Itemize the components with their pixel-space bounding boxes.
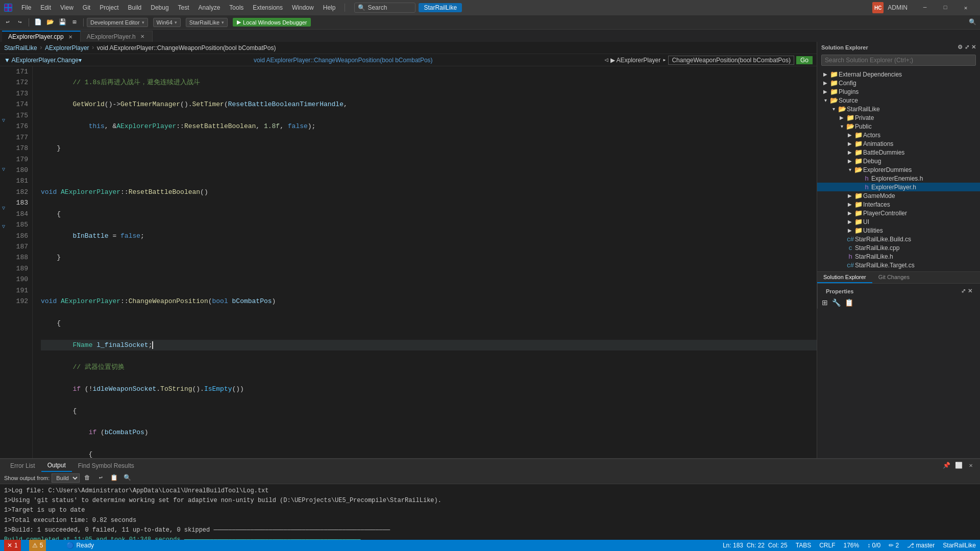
tree-item-explorerdummies[interactable]: ▾ 📂 ExplorerDummies: [817, 165, 980, 174]
se-expand-icon[interactable]: ⤢: [965, 44, 969, 51]
svg-rect-0: [5, 4, 8, 7]
save-all-button[interactable]: ⊞: [69, 17, 80, 28]
tree-item-actors[interactable]: ▶ 📁 Actors: [817, 131, 980, 139]
se-tab-solution[interactable]: Solution Explorer: [817, 272, 872, 283]
tab-error-list[interactable]: Error List: [4, 460, 41, 471]
tree-item-source[interactable]: ▾ 📂 Source: [817, 96, 980, 105]
start-debug-button[interactable]: ▶ Local Windows Debugger: [233, 18, 311, 27]
go-button[interactable]: Go: [796, 56, 813, 64]
prop-sort-icon[interactable]: ⊞: [822, 298, 828, 307]
error-count-badge[interactable]: ✕ 1: [4, 540, 21, 551]
tree-item-animations[interactable]: ▶ 📁 Animations: [817, 139, 980, 148]
config-dropdown[interactable]: Development Editor: [87, 18, 148, 27]
tree-item-h[interactable]: h StarRailLike.h: [817, 252, 980, 261]
folder-icon-open: 📂: [838, 105, 847, 113]
new-file-button[interactable]: 📄: [32, 17, 43, 28]
tree-item-ui[interactable]: ▶ 📁 UI: [817, 217, 980, 226]
prop-filter-icon[interactable]: 🔧: [832, 298, 841, 307]
menu-help[interactable]: Help: [319, 2, 340, 13]
solution-explorer-header: Solution Explorer ⚙ ⤢ ✕: [817, 42, 980, 53]
code-text[interactable]: // 1.8s后再进入战斗，避免连续进入战斗 GetWorld()->GetTi…: [33, 66, 817, 458]
platform-dropdown[interactable]: Win64: [153, 18, 181, 27]
tab-close-icon[interactable]: ✕: [139, 33, 146, 40]
tree-item-target-cs[interactable]: c# StarRailLike.Target.cs: [817, 261, 980, 269]
open-file-button[interactable]: 📂: [44, 17, 56, 28]
menu-extensions[interactable]: Extensions: [249, 2, 287, 13]
tab-find-symbol[interactable]: Find Symbol Results: [72, 460, 140, 471]
tree-item-interfaces[interactable]: ▶ 📁 Interfaces: [817, 200, 980, 209]
tab-label: AExplorerPlayer.h: [87, 33, 136, 40]
solution-dropdown[interactable]: StarRailLike: [186, 18, 228, 27]
close-button[interactable]: ✕: [955, 0, 976, 15]
tree-item-build-cs[interactable]: c# StarRailLike.Build.cs: [817, 235, 980, 243]
search-button[interactable]: 🔍: [967, 17, 978, 28]
tree-item-debug[interactable]: ▶ 📁 Debug: [817, 157, 980, 165]
file-nav-left[interactable]: ▼ AExplorerPlayer.Change▾: [4, 57, 82, 64]
tree-item-private[interactable]: ▶ 📁 Private: [817, 113, 980, 122]
ln-192: 192: [11, 296, 28, 307]
menu-build[interactable]: Build: [124, 2, 146, 13]
code-line-181: void AExplorerPlayer::ChangeWeaponPositi…: [41, 296, 817, 307]
undo-button[interactable]: ↩: [2, 17, 13, 28]
code-line-182: {: [41, 318, 817, 329]
float-icon[interactable]: ⬜: [953, 461, 964, 471]
se-settings-icon[interactable]: ⚙: [958, 44, 963, 51]
folder-icon: 📁: [854, 148, 863, 156]
menu-test[interactable]: Test: [174, 2, 193, 13]
close-panel-icon[interactable]: ✕: [966, 461, 976, 471]
show-output-from-select[interactable]: Build: [52, 473, 80, 483]
find-output-button[interactable]: 🔍: [121, 472, 133, 484]
se-tab-git[interactable]: Git Changes: [872, 272, 916, 283]
redo-button[interactable]: ↪: [14, 17, 26, 28]
code-line-172: GetWorld()->GetTimerManager().SetTimer(R…: [41, 99, 817, 110]
copy-output-button[interactable]: 📋: [108, 472, 119, 484]
git-branch-info[interactable]: ⎇ master: [907, 542, 935, 549]
clear-output-button[interactable]: 🗑: [82, 472, 93, 484]
folder-icon: 📁: [854, 192, 863, 199]
pin-icon[interactable]: 📌: [941, 461, 951, 471]
menu-view[interactable]: View: [56, 2, 78, 13]
tree-item-explorerplayer-h[interactable]: h ExplorerPlayer.h: [817, 183, 980, 191]
menu-git[interactable]: Git: [79, 2, 94, 13]
prop-close-icon[interactable]: ✕: [968, 288, 972, 294]
tree-item-config[interactable]: ▶ 📁 Config: [817, 79, 980, 87]
tab-close-icon[interactable]: ✕: [67, 33, 74, 40]
minimize-button[interactable]: ─: [915, 0, 935, 15]
title-search-box[interactable]: 🔍 Search: [354, 3, 415, 13]
tab-output[interactable]: Output: [41, 460, 72, 472]
menu-window[interactable]: Window: [288, 2, 318, 13]
menu-file[interactable]: File: [17, 2, 35, 13]
tree-item-playercontroller[interactable]: ▶ 📁 PlayerController: [817, 209, 980, 217]
tree-item-explorereneies-h[interactable]: h ExplorerEnemies.h: [817, 174, 980, 183]
menu-edit[interactable]: Edit: [36, 2, 55, 13]
tab-explorerplayer-cpp[interactable]: AExplorerPlayer.cpp ✕: [2, 31, 81, 42]
tree-item-battledummies[interactable]: ▶ 📁 BattleDummies: [817, 148, 980, 157]
tree-item-plugins[interactable]: ▶ 📁 Plugins: [817, 87, 980, 96]
wrap-output-button[interactable]: ↩: [95, 472, 106, 484]
tab-explorerplayer-h[interactable]: AExplorerPlayer.h ✕: [81, 31, 153, 42]
gutter-172: [0, 77, 7, 87]
tree-item-cpp[interactable]: c StarRailLike.cpp: [817, 243, 980, 252]
prop-page-icon[interactable]: 📋: [845, 298, 853, 307]
warning-count-badge[interactable]: ⚠ 5: [29, 540, 46, 551]
avatar: HC: [872, 2, 884, 13]
menu-tools[interactable]: Tools: [225, 2, 248, 13]
solution-search-input[interactable]: [821, 55, 976, 66]
prop-expand-icon[interactable]: ⤢: [961, 288, 966, 294]
code-editor[interactable]: ▽ ▽ ▽ ▽: [0, 66, 817, 458]
maximize-button[interactable]: □: [935, 0, 955, 15]
menu-project[interactable]: Project: [95, 2, 122, 13]
folder-icon: 📁: [854, 218, 863, 226]
app-icon: [4, 4, 12, 12]
tree-item-public[interactable]: ▾ 📂 Public: [817, 122, 980, 131]
menu-analyze[interactable]: Analyze: [194, 2, 225, 13]
tree-item-starraillike[interactable]: ▾ 📂 StarRailLike: [817, 105, 980, 113]
tree-item-gamemode[interactable]: ▶ 📁 GameMode: [817, 191, 980, 200]
tree-item-external[interactable]: ▶ 📁 External Dependencies: [817, 70, 980, 79]
menu-debug[interactable]: Debug: [146, 2, 173, 13]
tree-item-utilities[interactable]: ▶ 📁 Utilities: [817, 226, 980, 235]
se-close-icon[interactable]: ✕: [971, 44, 976, 51]
save-button[interactable]: 💾: [57, 17, 68, 28]
add-to-source-count: ↕ 0/0: [867, 542, 880, 549]
code-line-174: }: [41, 143, 817, 154]
